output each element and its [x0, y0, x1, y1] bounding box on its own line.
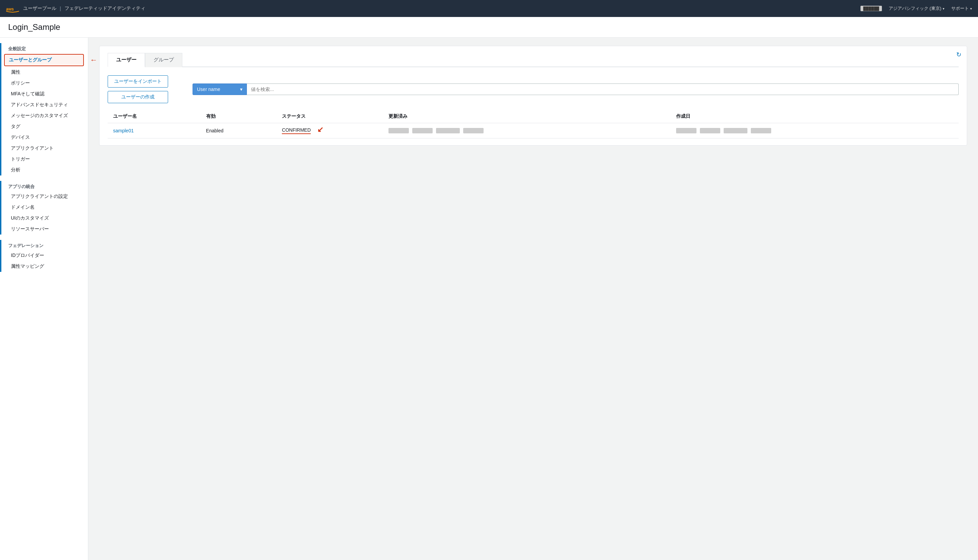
sidebar-item-tags[interactable]: タグ — [0, 121, 88, 132]
blurred-text — [412, 128, 432, 133]
sidebar-item-label: ポリシー — [11, 80, 30, 85]
sidebar-item-label: アプリクライアント — [11, 145, 53, 151]
region-label: アジアパシフィック (東京) — [889, 5, 941, 12]
page-title: Login_Sample — [8, 22, 970, 32]
support-label: サポート — [951, 5, 969, 12]
sidebar-item-label: デバイス — [11, 134, 30, 140]
sidebar-item-resource-server[interactable]: リソースサーバー — [0, 224, 88, 235]
col-header-status: ステータス — [276, 110, 383, 123]
sidebar-item-label: リソースサーバー — [11, 226, 49, 232]
cell-created — [671, 123, 959, 138]
sidebar-section-label-general: 全般設定 — [0, 43, 88, 53]
content-card: ↻ ユーザー グループ ユーザーをインポート ユーザーの作成 — [99, 46, 967, 146]
blurred-text — [724, 128, 748, 133]
sidebar-item-label: アドバンスドセキュリティ — [11, 102, 68, 107]
search-select-chevron-icon: ▾ — [240, 87, 242, 92]
create-user-button[interactable]: ユーザーの作成 — [108, 91, 168, 103]
import-users-button[interactable]: ユーザーをインポート — [108, 75, 168, 88]
sidebar-item-devices[interactable]: デバイス — [0, 132, 88, 143]
sidebar-item-label: 分析 — [11, 167, 20, 172]
search-area: User name ▾ — [192, 83, 959, 95]
support-chevron-icon: ▾ — [970, 7, 972, 10]
blurred-text — [751, 128, 771, 133]
sidebar-item-mfa[interactable]: MFAそして確認 — [0, 88, 88, 100]
sidebar-section-federation: フェデレーション IDプロバイダー 属性マッピング — [0, 240, 88, 272]
search-select-dropdown[interactable]: User name ▾ — [192, 83, 247, 95]
sidebar-section-label-app: アプリの統合 — [0, 181, 88, 191]
blurred-text — [676, 128, 696, 133]
sidebar-item-domain[interactable]: ドメイン名 — [0, 202, 88, 213]
tab-users[interactable]: ユーザー — [108, 53, 145, 67]
cell-updated — [383, 123, 671, 138]
blurred-text — [700, 128, 720, 133]
sidebar-section-label-federation: フェデレーション — [0, 240, 88, 250]
sidebar: 全般設定 ユーザーとグループ ← 属性 ポリシー MFAそして確認 アドバンスド… — [0, 38, 88, 560]
support-menu[interactable]: サポート ▾ — [951, 5, 972, 12]
sidebar-section-app-integration: アプリの統合 アプリクライアントの設定 ドメイン名 UIのカスタマイズ リソース… — [0, 181, 88, 235]
sidebar-item-app-client-settings[interactable]: アプリクライアントの設定 — [0, 191, 88, 202]
col-header-enabled: 有効 — [201, 110, 277, 123]
blurred-text — [389, 128, 409, 133]
sidebar-item-label: IDプロバイダー — [11, 253, 44, 258]
service-name: ユーザープール | フェデレーティッドアイデンティティ — [23, 5, 145, 12]
sidebar-item-analytics[interactable]: 分析 — [0, 165, 88, 175]
status-confirmed: CONFIRMED — [282, 127, 311, 134]
aws-logo: aws — [6, 4, 19, 13]
created-value-blurred — [676, 128, 953, 133]
refresh-button[interactable]: ↻ — [956, 51, 961, 58]
sub-service-label: フェデレーティッドアイデンティティ — [65, 5, 145, 12]
tab-groups-label: グループ — [154, 57, 174, 62]
nav-separator: | — [60, 6, 61, 11]
status-arrow-icon: ↙ — [317, 125, 323, 134]
enabled-value: Enabled — [206, 128, 224, 133]
sidebar-item-label: ドメイン名 — [11, 204, 35, 210]
sidebar-item-label: MFAそして確認 — [11, 91, 45, 97]
sidebar-item-policies[interactable]: ポリシー — [0, 78, 88, 88]
col-header-created: 作成日 — [671, 110, 959, 123]
tab-users-label: ユーザー — [116, 57, 137, 62]
cell-status: CONFIRMED ↙ — [276, 123, 383, 138]
sidebar-item-advanced-security[interactable]: アドバンスドセキュリティ — [0, 100, 88, 110]
col-header-updated: 更新済み — [383, 110, 671, 123]
main-content: ↻ ユーザー グループ ユーザーをインポート ユーザーの作成 — [88, 38, 978, 560]
search-select-label: User name — [197, 87, 220, 92]
toolbar-buttons: ユーザーをインポート ユーザーの作成 — [108, 75, 168, 103]
blurred-text — [436, 128, 460, 133]
sidebar-item-label: タグ — [11, 123, 20, 129]
sidebar-item-id-provider[interactable]: IDプロバイダー — [0, 250, 88, 261]
sidebar-item-label: 属性マッピング — [11, 263, 44, 269]
svg-text:aws: aws — [6, 7, 14, 12]
sidebar-item-users-groups[interactable]: ユーザーとグループ — [4, 54, 84, 66]
region-selector[interactable]: アジアパシフィック (東京) ▾ — [889, 5, 945, 12]
sidebar-item-ui-customize[interactable]: UIのカスタマイズ — [0, 213, 88, 224]
import-button-label: ユーザーをインポート — [114, 78, 162, 84]
table-header: ユーザー名 有効 ステータス 更新済み 作成日 — [108, 110, 959, 123]
create-button-label: ユーザーの作成 — [121, 94, 155, 100]
sidebar-item-label-users-groups: ユーザーとグループ — [5, 55, 83, 65]
sidebar-item-attributes[interactable]: 属性 — [0, 67, 88, 78]
col-header-username: ユーザー名 — [108, 110, 201, 123]
sidebar-item-label: トリガー — [11, 156, 30, 162]
sidebar-item-label: 属性 — [11, 69, 20, 75]
users-table: ユーザー名 有効 ステータス 更新済み 作成日 — [108, 110, 959, 138]
sidebar-item-attribute-mapping[interactable]: 属性マッピング — [0, 261, 88, 272]
main-layout: 全般設定 ユーザーとグループ ← 属性 ポリシー MFAそして確認 アドバンスド… — [0, 38, 978, 560]
sidebar-item-app-clients[interactable]: アプリクライアント — [0, 143, 88, 154]
account-info: ██████ — [861, 6, 882, 11]
blurred-text — [463, 128, 484, 133]
page-header: Login_Sample — [0, 17, 978, 38]
sidebar-section-general: 全般設定 ユーザーとグループ ← 属性 ポリシー MFAそして確認 アドバンスド… — [0, 43, 88, 175]
username-link[interactable]: sample01 — [113, 128, 134, 133]
sidebar-item-triggers[interactable]: トリガー — [0, 154, 88, 165]
sidebar-item-messages[interactable]: メッセージのカスタマイズ — [0, 110, 88, 121]
nav-right: ██████ アジアパシフィック (東京) ▾ サポート ▾ — [861, 5, 972, 12]
updated-value-blurred — [389, 128, 666, 133]
tab-bar: ユーザー グループ — [108, 53, 959, 67]
top-navigation: aws ユーザープール | フェデレーティッドアイデンティティ ██████ ア… — [0, 0, 978, 17]
region-chevron-icon: ▾ — [943, 7, 945, 10]
tab-groups[interactable]: グループ — [145, 53, 182, 67]
table-body: sample01 Enabled CONFIRMED ↙ — [108, 123, 959, 138]
service-label: ユーザープール — [23, 5, 57, 12]
sidebar-item-label: メッセージのカスタマイズ — [11, 113, 68, 118]
search-input[interactable] — [247, 83, 959, 95]
